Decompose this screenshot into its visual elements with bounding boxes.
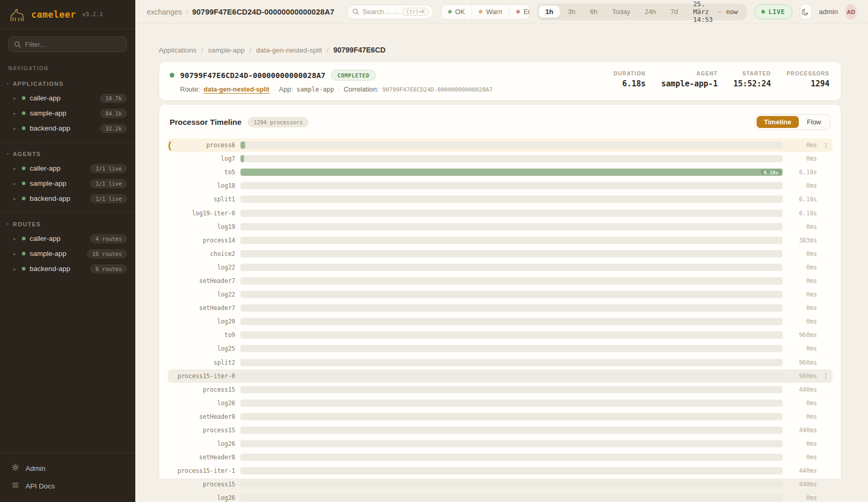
nav-section-applications[interactable]: ▾APPLICATIONS (0, 72, 135, 91)
live-toggle[interactable]: LIVE (754, 4, 793, 19)
correlation-value: 90799F47E6CD24D-00000000000028A7 (382, 86, 493, 93)
timeline-row[interactable]: setHeader70ms (168, 301, 833, 315)
processor-name: process15 (177, 427, 235, 434)
processor-name: log19 (177, 223, 235, 230)
sidebar-item-sample-app[interactable]: ▸sample-app1/1 live (0, 176, 135, 191)
content-breadcrumb-item[interactable]: data-gen-nested-split (256, 46, 322, 54)
date-range-picker[interactable]: 25. März 14:53 — now (685, 0, 745, 23)
timeline-row[interactable]: process15440ms (168, 423, 833, 437)
chevron-right-icon[interactable]: ▸ (14, 196, 18, 201)
app-title: cameleer (31, 9, 76, 20)
status-filter-warn[interactable]: Warn (471, 5, 509, 19)
chevron-right-icon[interactable]: ▸ (14, 251, 18, 256)
avatar[interactable]: AD (845, 4, 857, 20)
timeline-row[interactable]: split16.18s (168, 192, 833, 206)
sidebar-item-backend-app[interactable]: ▸backend-app32.2k (0, 121, 135, 136)
timeline-row[interactable]: to56.18s6.18s (168, 165, 833, 179)
view-toggle-timeline[interactable]: Timeline (757, 116, 799, 128)
chevron-right-icon[interactable]: ▸ (14, 181, 18, 186)
timeline-row[interactable]: log260ms (168, 437, 833, 450)
time-range-1h[interactable]: 1h (539, 6, 560, 18)
date-range-from: 25. März 14:53 (693, 0, 713, 23)
timeline-row[interactable]: choice20ms (168, 247, 833, 261)
chevron-right-icon[interactable]: ▸ (14, 96, 18, 101)
time-range-today[interactable]: Today (605, 6, 637, 18)
timeline-row[interactable]: log19-iter-06.18s (168, 206, 833, 220)
sidebar-item-label: backend-app (30, 124, 70, 132)
chevron-right-icon[interactable]: ▸ (14, 236, 18, 241)
user-name[interactable]: admin (819, 8, 838, 16)
kebab-menu-icon[interactable]: ⋮ (822, 372, 829, 379)
footer-item-api-docs[interactable]: API Docs (0, 477, 135, 495)
timeline-row[interactable]: setHeader70ms (168, 274, 833, 288)
sidebar-item-backend-app[interactable]: ▸backend-app1/1 live (0, 191, 135, 206)
timeline-row[interactable]: setHeader80ms (168, 410, 833, 423)
stat-processors: PROCESSORS1294 (786, 71, 829, 88)
sidebar-item-caller-app[interactable]: ▸caller-app10.7k (0, 91, 135, 106)
route-link[interactable]: data-gen-nested-split (203, 86, 269, 93)
timeline-row[interactable]: setHeader80ms (168, 450, 833, 464)
breadcrumb-exchange-id: 90799F47E6CD24D-00000000000028A7 (192, 8, 334, 16)
timeline-row[interactable]: log260ms (168, 396, 833, 410)
chevron-right-icon[interactable]: ▸ (14, 126, 18, 131)
timeline-row[interactable]: log220ms (168, 261, 833, 274)
timeline-row[interactable]: log70ms (168, 152, 833, 165)
sidebar-filter-input[interactable]: Filter... (8, 36, 127, 52)
kebab-menu-icon[interactable]: ⋮ (822, 142, 829, 149)
nav-section-agents[interactable]: ▾AGENTS (0, 143, 135, 161)
content-breadcrumb-item[interactable]: sample-app (208, 46, 245, 54)
duration-track (240, 237, 783, 244)
timeline-row[interactable]: process15440ms (168, 478, 833, 491)
time-range-7d[interactable]: 7d (664, 6, 685, 18)
duration-track (240, 250, 783, 258)
timeline-row[interactable]: log250ms (168, 342, 833, 355)
chevron-right-icon[interactable]: ▸ (14, 266, 18, 272)
main-area: exchanges / 90799F47E6CD24D-000000000000… (135, 0, 868, 502)
duration-value: 0ms (788, 182, 817, 189)
timeline-row[interactable]: to9960ms (168, 328, 833, 342)
chevron-right-icon[interactable]: ▸ (14, 166, 18, 171)
duration-value: 0ms (788, 345, 817, 352)
theme-toggle-button[interactable] (800, 4, 812, 20)
sidebar-item-caller-app[interactable]: ▸caller-app4 routes (0, 231, 135, 246)
timeline-row[interactable]: process15-iter-1440ms (168, 464, 833, 478)
timeline-row[interactable]: process15-iter-0960ms⋮ (168, 369, 833, 383)
duration-value: 0ms (788, 277, 817, 285)
breadcrumb-section[interactable]: exchanges (147, 8, 182, 16)
search-input[interactable]: Search… … Ctrl+K (347, 5, 433, 19)
sidebar-item-caller-app[interactable]: ▸caller-app1/1 live (0, 161, 135, 176)
timeline-row[interactable]: (process60ms⋮ (168, 138, 833, 152)
duration-value: 0ms (788, 155, 817, 162)
timeline-row[interactable]: log260ms (168, 491, 833, 502)
timeline-row[interactable]: process15440ms (168, 383, 833, 396)
status-filter-error[interactable]: Error (509, 5, 530, 19)
sidebar-item-label: backend-app (30, 195, 70, 202)
sidebar-item-sample-app[interactable]: ▸sample-app16 routes (0, 246, 135, 261)
chevron-right-icon[interactable]: ▸ (14, 111, 18, 116)
date-range-to: now (726, 8, 738, 16)
view-toggle-flow[interactable]: Flow (800, 116, 828, 128)
processor-name: log26 (177, 440, 235, 447)
timeline-row[interactable]: process14383ms (168, 234, 833, 247)
time-range-24h[interactable]: 24h (638, 6, 663, 18)
nav-section-routes[interactable]: ▾ROUTES (0, 213, 135, 231)
sidebar-item-sample-app[interactable]: ▸sample-app84.1k (0, 106, 135, 121)
content-breadcrumb-item[interactable]: Applications (159, 46, 197, 54)
time-range-6h[interactable]: 6h (583, 6, 604, 18)
processor-name: log26 (177, 400, 235, 407)
selected-row-marker: ( (168, 140, 171, 150)
time-range-3h[interactable]: 3h (561, 6, 582, 18)
sidebar-item-backend-app[interactable]: ▸backend-app6 routes (0, 261, 135, 276)
footer-item-label: API Docs (25, 482, 55, 490)
app-value: sample-app (297, 86, 334, 93)
timeline-row[interactable]: log190ms (168, 220, 833, 234)
timeline-row[interactable]: log180ms (168, 179, 833, 192)
duration-track (240, 345, 783, 352)
nav-section-label: ROUTES (13, 221, 41, 227)
timeline-row[interactable]: split2960ms (168, 356, 833, 369)
live-dot (761, 10, 765, 14)
footer-item-admin[interactable]: Admin (0, 459, 135, 477)
timeline-row[interactable]: log200ms (168, 315, 833, 328)
timeline-row[interactable]: log220ms (168, 288, 833, 301)
status-filter-ok[interactable]: OK (441, 5, 472, 19)
